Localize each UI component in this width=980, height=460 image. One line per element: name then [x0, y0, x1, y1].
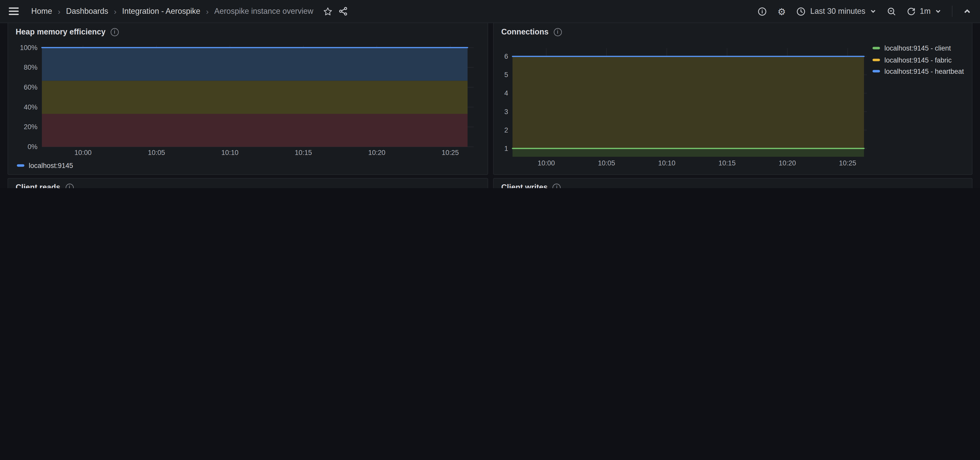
svg-text:2: 2 [504, 126, 508, 134]
divider [952, 6, 952, 17]
refresh-interval-label: 1m [920, 7, 931, 16]
chevron-right-icon: › [58, 6, 60, 16]
settings-gear-icon[interactable]: ⚙ [777, 6, 786, 16]
clock-icon [797, 6, 806, 16]
breadcrumb-current: Aerospike instance overview [214, 7, 313, 16]
panel-client-reads: Client reads i 0.3 rd/s0.25 rd/s0.2 rd/s… [7, 178, 488, 188]
svg-text:10:25: 10:25 [839, 159, 856, 167]
breadcrumb-dashboards[interactable]: Dashboards [66, 7, 108, 16]
svg-text:1: 1 [504, 145, 508, 152]
panel-title: Heap memory efficiency [16, 28, 105, 36]
panel-header[interactable]: Client writes i [501, 183, 561, 188]
legend-swatch [872, 59, 880, 61]
svg-text:10:10: 10:10 [658, 159, 675, 167]
breadcrumb-folder[interactable]: Integration - Aerospike [122, 7, 200, 16]
svg-text:40%: 40% [24, 103, 38, 111]
chevron-down-icon [870, 8, 876, 14]
legend-swatch [872, 47, 880, 49]
panel-title: Client writes [501, 183, 548, 188]
chevron-right-icon: › [206, 6, 209, 16]
svg-text:4: 4 [504, 89, 508, 97]
grafana-dashboard: Home › Dashboards › Integration - Aerosp… [0, 0, 980, 188]
panel-header[interactable]: Client reads i [16, 183, 73, 188]
svg-text:0%: 0% [28, 143, 38, 151]
legend-swatch [872, 70, 880, 73]
legend-list: localhost:9145 - clientlocalhost:9145 - … [872, 44, 964, 75]
panel-title: Client reads [16, 183, 60, 188]
dashboard-insights-icon[interactable] [757, 6, 767, 16]
svg-text:10:05: 10:05 [148, 149, 165, 157]
svg-text:10:05: 10:05 [598, 159, 615, 167]
refresh-picker[interactable]: 1m [907, 7, 941, 16]
svg-text:5: 5 [504, 71, 508, 79]
panel-title: Connections [501, 28, 549, 36]
svg-text:10:15: 10:15 [295, 149, 312, 157]
chevron-down-icon [935, 8, 941, 14]
menu-icon[interactable] [9, 7, 19, 15]
info-icon[interactable]: i [554, 28, 562, 36]
collapse-nav-chevron-up-icon[interactable] [963, 7, 971, 15]
legend-label: localhost:9145 [29, 162, 73, 169]
legend-item[interactable]: localhost:9145 [17, 162, 73, 169]
svg-text:10:20: 10:20 [368, 149, 385, 157]
refresh-icon [907, 7, 915, 16]
legend-swatch [17, 164, 24, 167]
info-icon[interactable]: i [553, 183, 561, 188]
top-nav: Home › Dashboards › Integration - Aerosp… [0, 0, 980, 23]
svg-text:10:00: 10:00 [74, 149, 91, 157]
breadcrumb-home[interactable]: Home [31, 7, 52, 16]
panel-header[interactable]: Heap memory efficiency i [16, 28, 119, 36]
panel-heap-memory-efficiency: Heap memory efficiency i 100%80%60%40%20… [7, 22, 488, 175]
heap-memory-chart[interactable]: 100%80%60%40%20%0%10:0010:0510:1010:1510… [8, 42, 487, 175]
info-icon[interactable]: i [65, 183, 73, 188]
legend-item[interactable]: localhost:9145 - fabric [872, 56, 964, 63]
svg-text:3: 3 [504, 108, 508, 116]
legend-item[interactable]: localhost:9145 - heartbeat [872, 67, 964, 75]
breadcrumb: Home › Dashboards › Integration - Aerosp… [31, 6, 313, 16]
time-range-picker[interactable]: Last 30 minutes [797, 6, 876, 16]
svg-text:10:25: 10:25 [442, 149, 459, 157]
time-range-label: Last 30 minutes [810, 7, 865, 16]
chevron-right-icon: › [114, 6, 116, 16]
info-icon[interactable]: i [111, 28, 119, 36]
svg-text:10:20: 10:20 [779, 159, 796, 167]
zoom-out-icon[interactable] [887, 6, 896, 16]
legend-label: localhost:9145 - client [885, 44, 951, 52]
legend-label: localhost:9145 - fabric [885, 56, 951, 63]
panel-client-writes: Client writes i 3.5 wr/s3 wr/s2.5 wr/s2 … [493, 178, 972, 188]
svg-text:6: 6 [504, 52, 508, 60]
svg-text:10:10: 10:10 [221, 149, 239, 157]
svg-text:100%: 100% [20, 44, 38, 52]
svg-text:80%: 80% [24, 63, 38, 71]
star-icon[interactable] [323, 6, 332, 16]
svg-text:10:15: 10:15 [718, 159, 735, 167]
panel-connections: Connections i 65432110:0010:0510:1010:15… [493, 22, 972, 175]
svg-text:10:00: 10:00 [538, 159, 555, 167]
svg-text:20%: 20% [24, 123, 38, 131]
legend-label: localhost:9145 - heartbeat [885, 67, 964, 75]
legend-item[interactable]: localhost:9145 - client [872, 44, 964, 52]
panel-header[interactable]: Connections i [501, 28, 562, 36]
share-icon[interactable] [339, 7, 348, 16]
svg-text:60%: 60% [24, 84, 38, 91]
